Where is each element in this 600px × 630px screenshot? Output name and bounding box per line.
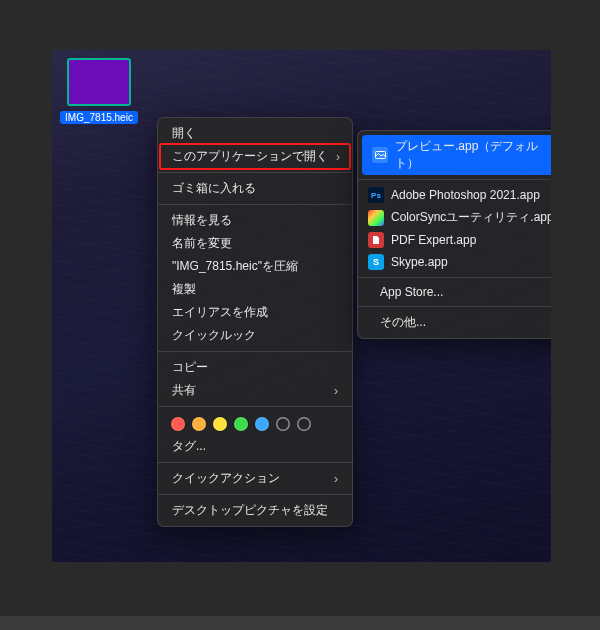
menu-open-with[interactable]: このアプリケーションで開く › bbox=[162, 145, 348, 168]
menu-quick-look[interactable]: クイックルック bbox=[158, 324, 352, 347]
submenu-photoshop-label: Adobe Photoshop 2021.app bbox=[391, 188, 540, 202]
open-with-submenu: プレビュー.app（デフォルト） Ps Adobe Photoshop 2021… bbox=[357, 130, 551, 339]
menu-tags[interactable]: タグ... bbox=[158, 435, 352, 458]
menu-duplicate-label: 複製 bbox=[172, 281, 196, 298]
submenu-preview[interactable]: プレビュー.app（デフォルト） bbox=[362, 135, 551, 175]
context-menu: 開く このアプリケーションで開く › ゴミ箱に入れる 情報を見る 名前を変更 "… bbox=[157, 117, 353, 527]
menu-rename-label: 名前を変更 bbox=[172, 235, 232, 252]
menu-separator bbox=[158, 351, 352, 352]
menu-get-info-label: 情報を見る bbox=[172, 212, 232, 229]
menu-rename[interactable]: 名前を変更 bbox=[158, 232, 352, 255]
menu-separator bbox=[358, 179, 551, 180]
menu-separator bbox=[158, 462, 352, 463]
submenu-pdfexpert-label: PDF Expert.app bbox=[391, 233, 476, 247]
menu-compress-label: "IMG_7815.heic"を圧縮 bbox=[172, 258, 298, 275]
menu-quick-actions-label: クイックアクション bbox=[172, 470, 280, 487]
tag-color-row bbox=[158, 411, 352, 435]
menu-trash-label: ゴミ箱に入れる bbox=[172, 180, 256, 197]
menu-separator bbox=[158, 172, 352, 173]
menu-share-label: 共有 bbox=[172, 382, 196, 399]
menu-share[interactable]: 共有 › bbox=[158, 379, 352, 402]
menu-set-wallpaper-label: デスクトップピクチャを設定 bbox=[172, 502, 328, 519]
desktop-wallpaper: IMG_7815.heic 開く このアプリケーションで開く › ゴミ箱に入れる… bbox=[52, 50, 551, 562]
skype-app-icon: S bbox=[368, 254, 384, 270]
chevron-right-icon: › bbox=[334, 472, 338, 486]
menu-separator bbox=[358, 306, 551, 307]
menu-trash[interactable]: ゴミ箱に入れる bbox=[158, 177, 352, 200]
colorsync-app-icon bbox=[368, 210, 384, 226]
chevron-right-icon: › bbox=[336, 150, 340, 164]
file-name-label: IMG_7815.heic bbox=[60, 111, 138, 124]
menu-separator bbox=[158, 204, 352, 205]
menu-quick-actions[interactable]: クイックアクション › bbox=[158, 467, 352, 490]
menu-get-info[interactable]: 情報を見る bbox=[158, 209, 352, 232]
menu-copy-label: コピー bbox=[172, 359, 208, 376]
tag-color-dot[interactable] bbox=[171, 417, 185, 431]
tag-color-dot[interactable] bbox=[192, 417, 206, 431]
submenu-colorsync[interactable]: ColorSyncユーティリティ.app bbox=[358, 206, 551, 229]
tag-color-dot[interactable] bbox=[255, 417, 269, 431]
submenu-photoshop[interactable]: Ps Adobe Photoshop 2021.app bbox=[358, 184, 551, 206]
menu-make-alias-label: エイリアスを作成 bbox=[172, 304, 268, 321]
tag-color-dot[interactable] bbox=[234, 417, 248, 431]
submenu-pdfexpert[interactable]: PDF Expert.app bbox=[358, 229, 551, 251]
menu-quick-look-label: クイックルック bbox=[172, 327, 256, 344]
file-thumbnail bbox=[67, 58, 131, 106]
bottom-bar bbox=[0, 616, 600, 630]
desktop-file[interactable]: IMG_7815.heic bbox=[60, 58, 138, 124]
chevron-right-icon: › bbox=[334, 384, 338, 398]
menu-tags-label: タグ... bbox=[172, 438, 206, 455]
submenu-other-label: その他... bbox=[368, 314, 426, 331]
menu-open[interactable]: 開く bbox=[158, 122, 352, 145]
menu-compress[interactable]: "IMG_7815.heic"を圧縮 bbox=[158, 255, 352, 278]
submenu-skype-label: Skype.app bbox=[391, 255, 448, 269]
menu-separator bbox=[158, 494, 352, 495]
pdfexpert-app-icon bbox=[368, 232, 384, 248]
menu-copy[interactable]: コピー bbox=[158, 356, 352, 379]
menu-duplicate[interactable]: 複製 bbox=[158, 278, 352, 301]
photoshop-app-icon: Ps bbox=[368, 187, 384, 203]
tag-color-dot[interactable] bbox=[297, 417, 311, 431]
submenu-skype[interactable]: S Skype.app bbox=[358, 251, 551, 273]
tag-color-dot[interactable] bbox=[276, 417, 290, 431]
menu-set-wallpaper[interactable]: デスクトップピクチャを設定 bbox=[158, 499, 352, 522]
submenu-appstore[interactable]: App Store... bbox=[358, 282, 551, 302]
menu-open-label: 開く bbox=[172, 125, 196, 142]
submenu-colorsync-label: ColorSyncユーティリティ.app bbox=[391, 209, 551, 226]
menu-separator bbox=[158, 406, 352, 407]
submenu-other[interactable]: その他... bbox=[358, 311, 551, 334]
submenu-appstore-label: App Store... bbox=[368, 285, 443, 299]
menu-separator bbox=[358, 277, 551, 278]
tag-color-dot[interactable] bbox=[213, 417, 227, 431]
menu-make-alias[interactable]: エイリアスを作成 bbox=[158, 301, 352, 324]
menu-open-with-label: このアプリケーションで開く bbox=[172, 148, 328, 165]
submenu-preview-label: プレビュー.app（デフォルト） bbox=[395, 138, 551, 172]
preview-app-icon bbox=[372, 147, 388, 163]
